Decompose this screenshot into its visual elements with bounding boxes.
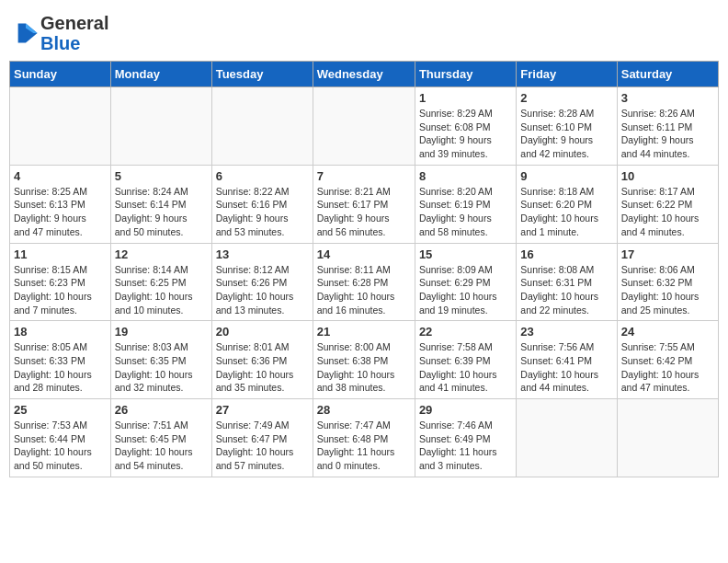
calendar-cell: 27Sunrise: 7:49 AMSunset: 6:47 PMDayligh… [211,399,313,477]
day-info: Sunrise: 8:05 AMSunset: 6:33 PMDaylight:… [14,340,107,395]
calendar-week-row: 18Sunrise: 8:05 AMSunset: 6:33 PMDayligh… [10,321,719,399]
calendar-cell: 4Sunrise: 8:25 AMSunset: 6:13 PMDaylight… [10,165,111,243]
day-info: Sunrise: 8:29 AMSunset: 6:08 PMDaylight:… [419,107,512,161]
day-info: Sunrise: 8:03 AMSunset: 6:35 PMDaylight:… [115,340,208,395]
logo-text: GeneralBlue [40,13,108,53]
day-number: 8 [419,169,512,183]
day-number: 23 [520,325,612,339]
calendar-cell [10,87,111,166]
calendar-cell: 26Sunrise: 7:51 AMSunset: 6:45 PMDayligh… [110,399,211,477]
day-info: Sunrise: 7:51 AMSunset: 6:45 PMDaylight:… [115,419,208,473]
calendar-table: SundayMondayTuesdayWednesdayThursdayFrid… [9,61,719,477]
calendar-week-row: 4Sunrise: 8:25 AMSunset: 6:13 PMDaylight… [10,165,719,243]
calendar-cell: 22Sunrise: 7:58 AMSunset: 6:39 PMDayligh… [415,321,516,399]
calendar-cell: 13Sunrise: 8:12 AMSunset: 6:26 PMDayligh… [211,243,313,321]
day-number: 28 [317,403,411,417]
day-info: Sunrise: 8:25 AMSunset: 6:13 PMDaylight:… [14,185,107,239]
calendar-cell: 23Sunrise: 7:56 AMSunset: 6:41 PMDayligh… [517,321,617,399]
day-info: Sunrise: 7:47 AMSunset: 6:48 PMDaylight:… [317,419,411,473]
calendar-header-row: SundayMondayTuesdayWednesdayThursdayFrid… [10,62,719,87]
calendar-cell: 7Sunrise: 8:21 AMSunset: 6:17 PMDaylight… [313,165,415,243]
day-info: Sunrise: 8:24 AMSunset: 6:14 PMDaylight:… [115,185,208,239]
day-info: Sunrise: 7:49 AMSunset: 6:47 PMDaylight:… [216,419,309,473]
day-info: Sunrise: 7:46 AMSunset: 6:49 PMDaylight:… [419,419,512,473]
day-number: 9 [520,169,612,183]
day-info: Sunrise: 8:12 AMSunset: 6:26 PMDaylight:… [216,263,309,317]
day-info: Sunrise: 8:21 AMSunset: 6:17 PMDaylight:… [317,185,411,239]
day-number: 5 [115,169,208,183]
logo-icon [13,20,39,46]
day-info: Sunrise: 8:01 AMSunset: 6:36 PMDaylight:… [216,340,309,395]
day-info: Sunrise: 8:20 AMSunset: 6:19 PMDaylight:… [419,185,512,239]
calendar-cell [110,87,211,166]
day-info: Sunrise: 8:08 AMSunset: 6:31 PMDaylight:… [520,263,612,317]
calendar-cell: 11Sunrise: 8:15 AMSunset: 6:23 PMDayligh… [10,243,111,321]
day-number: 27 [216,403,309,417]
calendar-cell: 24Sunrise: 7:55 AMSunset: 6:42 PMDayligh… [617,321,718,399]
day-number: 7 [317,169,411,183]
calendar-cell: 18Sunrise: 8:05 AMSunset: 6:33 PMDayligh… [10,321,111,399]
day-number: 12 [115,247,208,261]
day-header-tuesday: Tuesday [211,62,313,87]
calendar-cell: 8Sunrise: 8:20 AMSunset: 6:19 PMDaylight… [415,165,516,243]
day-header-saturday: Saturday [617,62,718,87]
day-number: 14 [317,247,411,261]
day-number: 19 [115,325,208,339]
day-info: Sunrise: 7:58 AMSunset: 6:39 PMDaylight:… [419,340,512,395]
day-info: Sunrise: 8:09 AMSunset: 6:29 PMDaylight:… [419,263,512,317]
calendar-cell: 16Sunrise: 8:08 AMSunset: 6:31 PMDayligh… [517,243,617,321]
day-info: Sunrise: 8:00 AMSunset: 6:38 PMDaylight:… [317,340,411,395]
day-number: 25 [14,403,107,417]
day-number: 18 [14,325,107,339]
day-number: 10 [621,169,714,183]
calendar-cell: 6Sunrise: 8:22 AMSunset: 6:16 PMDaylight… [211,165,313,243]
day-number: 1 [419,91,512,105]
day-info: Sunrise: 8:18 AMSunset: 6:20 PMDaylight:… [520,185,612,239]
calendar-cell: 2Sunrise: 8:28 AMSunset: 6:10 PMDaylight… [517,87,617,166]
day-info: Sunrise: 7:53 AMSunset: 6:44 PMDaylight:… [14,419,107,473]
calendar-cell: 17Sunrise: 8:06 AMSunset: 6:32 PMDayligh… [617,243,718,321]
day-header-wednesday: Wednesday [313,62,415,87]
calendar-cell: 1Sunrise: 8:29 AMSunset: 6:08 PMDaylight… [415,87,516,166]
day-number: 3 [621,91,714,105]
day-info: Sunrise: 8:28 AMSunset: 6:10 PMDaylight:… [520,107,612,161]
day-info: Sunrise: 8:26 AMSunset: 6:11 PMDaylight:… [621,107,714,161]
day-header-friday: Friday [517,62,617,87]
day-number: 2 [520,91,612,105]
day-number: 15 [419,247,512,261]
day-number: 4 [14,169,107,183]
day-info: Sunrise: 7:55 AMSunset: 6:42 PMDaylight:… [621,340,714,395]
calendar-cell: 19Sunrise: 8:03 AMSunset: 6:35 PMDayligh… [110,321,211,399]
day-header-thursday: Thursday [415,62,516,87]
page-header: GeneralBlue [9,9,719,53]
day-number: 22 [419,325,512,339]
day-number: 13 [216,247,309,261]
day-header-sunday: Sunday [10,62,111,87]
logo: GeneralBlue [13,13,108,53]
day-number: 17 [621,247,714,261]
day-info: Sunrise: 8:06 AMSunset: 6:32 PMDaylight:… [621,263,714,317]
calendar-cell: 14Sunrise: 8:11 AMSunset: 6:28 PMDayligh… [313,243,415,321]
calendar-cell: 25Sunrise: 7:53 AMSunset: 6:44 PMDayligh… [10,399,111,477]
day-info: Sunrise: 8:17 AMSunset: 6:22 PMDaylight:… [621,185,714,239]
calendar-week-row: 1Sunrise: 8:29 AMSunset: 6:08 PMDaylight… [10,87,719,166]
day-info: Sunrise: 7:56 AMSunset: 6:41 PMDaylight:… [520,340,612,395]
calendar-cell: 3Sunrise: 8:26 AMSunset: 6:11 PMDaylight… [617,87,718,166]
day-info: Sunrise: 8:14 AMSunset: 6:25 PMDaylight:… [115,263,208,317]
calendar-cell [617,399,718,477]
day-header-monday: Monday [110,62,211,87]
calendar-cell [517,399,617,477]
calendar-cell: 15Sunrise: 8:09 AMSunset: 6:29 PMDayligh… [415,243,516,321]
calendar-week-row: 25Sunrise: 7:53 AMSunset: 6:44 PMDayligh… [10,399,719,477]
calendar-cell: 10Sunrise: 8:17 AMSunset: 6:22 PMDayligh… [617,165,718,243]
calendar-cell: 9Sunrise: 8:18 AMSunset: 6:20 PMDaylight… [517,165,617,243]
calendar-cell [313,87,415,166]
day-info: Sunrise: 8:15 AMSunset: 6:23 PMDaylight:… [14,263,107,317]
day-number: 20 [216,325,309,339]
day-number: 26 [115,403,208,417]
day-number: 29 [419,403,512,417]
calendar-cell [211,87,313,166]
day-info: Sunrise: 8:11 AMSunset: 6:28 PMDaylight:… [317,263,411,317]
calendar-cell: 29Sunrise: 7:46 AMSunset: 6:49 PMDayligh… [415,399,516,477]
calendar-cell: 21Sunrise: 8:00 AMSunset: 6:38 PMDayligh… [313,321,415,399]
